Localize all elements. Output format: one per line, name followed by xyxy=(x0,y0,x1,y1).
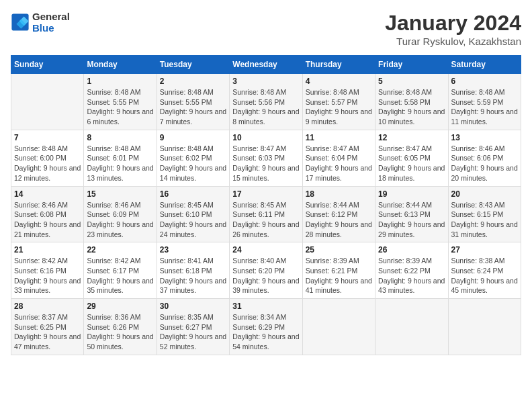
calendar-cell: 24Sunrise: 8:40 AMSunset: 6:20 PMDayligh… xyxy=(230,242,302,299)
day-info: Sunrise: 8:48 AMSunset: 6:00 PMDaylight:… xyxy=(14,144,81,183)
day-info: Sunrise: 8:48 AMSunset: 5:57 PMDaylight:… xyxy=(306,87,372,127)
logo-text: General Blue xyxy=(32,11,70,34)
calendar-cell: 7Sunrise: 8:48 AMSunset: 6:00 PMDaylight… xyxy=(11,130,84,186)
weekday-header-tuesday: Tuesday xyxy=(157,56,229,74)
calendar-cell: 16Sunrise: 8:45 AMSunset: 6:10 PMDayligh… xyxy=(157,186,229,242)
day-info: Sunrise: 8:46 AMSunset: 6:06 PMDaylight:… xyxy=(451,144,518,183)
calendar-cell: 18Sunrise: 8:44 AMSunset: 6:12 PMDayligh… xyxy=(302,186,375,242)
day-number: 4 xyxy=(306,77,372,86)
day-number: 27 xyxy=(451,245,518,255)
day-number: 12 xyxy=(378,133,445,142)
calendar-week-row: 1Sunrise: 8:48 AMSunset: 5:55 PMDaylight… xyxy=(11,74,521,130)
calendar-cell xyxy=(375,299,448,355)
day-number: 18 xyxy=(306,189,372,199)
weekday-header-friday: Friday xyxy=(375,56,448,74)
day-number: 17 xyxy=(232,189,299,199)
calendar-cell: 31Sunrise: 8:34 AMSunset: 6:29 PMDayligh… xyxy=(230,299,302,355)
calendar-cell: 30Sunrise: 8:35 AMSunset: 6:27 PMDayligh… xyxy=(157,299,229,355)
calendar-cell: 15Sunrise: 8:46 AMSunset: 6:09 PMDayligh… xyxy=(84,186,157,242)
calendar-cell: 25Sunrise: 8:39 AMSunset: 6:21 PMDayligh… xyxy=(302,242,375,299)
day-info: Sunrise: 8:48 AMSunset: 5:55 PMDaylight:… xyxy=(87,87,153,127)
calendar-cell: 4Sunrise: 8:48 AMSunset: 5:57 PMDaylight… xyxy=(302,74,375,130)
day-number: 22 xyxy=(87,245,153,255)
day-number: 23 xyxy=(160,245,226,255)
day-info: Sunrise: 8:47 AMSunset: 6:05 PMDaylight:… xyxy=(378,144,445,183)
calendar-cell: 26Sunrise: 8:39 AMSunset: 6:22 PMDayligh… xyxy=(375,242,448,299)
day-number: 29 xyxy=(87,302,153,311)
calendar-cell: 9Sunrise: 8:48 AMSunset: 6:02 PMDaylight… xyxy=(157,130,229,186)
day-number: 5 xyxy=(378,77,445,86)
calendar-week-row: 7Sunrise: 8:48 AMSunset: 6:00 PMDaylight… xyxy=(11,130,521,186)
calendar-week-row: 14Sunrise: 8:46 AMSunset: 6:08 PMDayligh… xyxy=(11,186,521,242)
calendar-cell: 17Sunrise: 8:45 AMSunset: 6:11 PMDayligh… xyxy=(230,186,302,242)
day-number: 6 xyxy=(451,77,518,86)
day-number: 20 xyxy=(451,189,518,199)
weekday-header-sunday: Sunday xyxy=(11,56,84,74)
day-info: Sunrise: 8:44 AMSunset: 6:13 PMDaylight:… xyxy=(378,200,445,240)
calendar-cell xyxy=(11,74,84,130)
calendar-week-row: 28Sunrise: 8:37 AMSunset: 6:25 PMDayligh… xyxy=(11,299,521,355)
day-number: 30 xyxy=(160,302,226,311)
calendar-cell: 10Sunrise: 8:47 AMSunset: 6:03 PMDayligh… xyxy=(230,130,302,186)
day-number: 28 xyxy=(14,302,81,311)
day-info: Sunrise: 8:43 AMSunset: 6:15 PMDaylight:… xyxy=(451,200,518,240)
calendar-cell: 23Sunrise: 8:41 AMSunset: 6:18 PMDayligh… xyxy=(157,242,229,299)
calendar-title: January 2024 xyxy=(385,11,521,36)
calendar-cell: 6Sunrise: 8:48 AMSunset: 5:59 PMDaylight… xyxy=(448,74,521,130)
day-number: 8 xyxy=(87,133,153,142)
calendar-cell: 14Sunrise: 8:46 AMSunset: 6:08 PMDayligh… xyxy=(11,186,84,242)
day-info: Sunrise: 8:47 AMSunset: 6:03 PMDaylight:… xyxy=(232,144,299,183)
day-info: Sunrise: 8:36 AMSunset: 6:26 PMDaylight:… xyxy=(87,312,153,352)
day-number: 21 xyxy=(14,245,81,255)
day-info: Sunrise: 8:42 AMSunset: 6:16 PMDaylight:… xyxy=(14,256,81,295)
title-block: January 2024 Turar Ryskulov, Kazakhstan xyxy=(385,11,521,47)
calendar-week-row: 21Sunrise: 8:42 AMSunset: 6:16 PMDayligh… xyxy=(11,242,521,299)
day-number: 13 xyxy=(451,133,518,142)
day-info: Sunrise: 8:48 AMSunset: 5:59 PMDaylight:… xyxy=(451,87,518,127)
calendar-cell: 20Sunrise: 8:43 AMSunset: 6:15 PMDayligh… xyxy=(448,186,521,242)
calendar-cell: 21Sunrise: 8:42 AMSunset: 6:16 PMDayligh… xyxy=(11,242,84,299)
day-info: Sunrise: 8:39 AMSunset: 6:21 PMDaylight:… xyxy=(306,256,372,295)
day-info: Sunrise: 8:34 AMSunset: 6:29 PMDaylight:… xyxy=(232,312,299,352)
weekday-header-thursday: Thursday xyxy=(302,56,375,74)
weekday-header-row: SundayMondayTuesdayWednesdayThursdayFrid… xyxy=(11,56,521,74)
calendar-cell xyxy=(302,299,375,355)
calendar-cell: 12Sunrise: 8:47 AMSunset: 6:05 PMDayligh… xyxy=(375,130,448,186)
day-number: 3 xyxy=(232,77,299,86)
calendar-cell: 19Sunrise: 8:44 AMSunset: 6:13 PMDayligh… xyxy=(375,186,448,242)
weekday-header-saturday: Saturday xyxy=(448,56,521,74)
day-info: Sunrise: 8:46 AMSunset: 6:09 PMDaylight:… xyxy=(87,200,153,240)
day-number: 19 xyxy=(378,189,445,199)
logo-icon xyxy=(11,13,30,32)
day-number: 14 xyxy=(14,189,81,199)
day-info: Sunrise: 8:48 AMSunset: 5:56 PMDaylight:… xyxy=(232,87,299,127)
calendar-cell: 27Sunrise: 8:38 AMSunset: 6:24 PMDayligh… xyxy=(448,242,521,299)
day-number: 15 xyxy=(87,189,153,199)
weekday-header-monday: Monday xyxy=(84,56,157,74)
day-info: Sunrise: 8:46 AMSunset: 6:08 PMDaylight:… xyxy=(14,200,81,240)
day-info: Sunrise: 8:48 AMSunset: 6:02 PMDaylight:… xyxy=(160,144,226,183)
day-info: Sunrise: 8:39 AMSunset: 6:22 PMDaylight:… xyxy=(378,256,445,295)
day-number: 26 xyxy=(378,245,445,255)
day-number: 11 xyxy=(306,133,372,142)
day-info: Sunrise: 8:48 AMSunset: 6:01 PMDaylight:… xyxy=(87,144,153,183)
calendar-subtitle: Turar Ryskulov, Kazakhstan xyxy=(385,36,521,47)
day-number: 16 xyxy=(160,189,226,199)
calendar-cell: 5Sunrise: 8:48 AMSunset: 5:58 PMDaylight… xyxy=(375,74,448,130)
calendar-cell: 28Sunrise: 8:37 AMSunset: 6:25 PMDayligh… xyxy=(11,299,84,355)
day-info: Sunrise: 8:45 AMSunset: 6:11 PMDaylight:… xyxy=(232,200,299,240)
day-info: Sunrise: 8:38 AMSunset: 6:24 PMDaylight:… xyxy=(451,256,518,295)
calendar-cell: 3Sunrise: 8:48 AMSunset: 5:56 PMDaylight… xyxy=(230,74,302,130)
calendar-cell: 8Sunrise: 8:48 AMSunset: 6:01 PMDaylight… xyxy=(84,130,157,186)
day-info: Sunrise: 8:41 AMSunset: 6:18 PMDaylight:… xyxy=(160,256,226,295)
logo: General Blue xyxy=(11,11,70,34)
day-info: Sunrise: 8:48 AMSunset: 5:58 PMDaylight:… xyxy=(378,87,445,127)
calendar-cell: 29Sunrise: 8:36 AMSunset: 6:26 PMDayligh… xyxy=(84,299,157,355)
calendar-cell xyxy=(448,299,521,355)
day-number: 9 xyxy=(160,133,226,142)
day-number: 7 xyxy=(14,133,81,142)
calendar-cell: 1Sunrise: 8:48 AMSunset: 5:55 PMDaylight… xyxy=(84,74,157,130)
day-number: 2 xyxy=(160,77,226,86)
calendar-cell: 13Sunrise: 8:46 AMSunset: 6:06 PMDayligh… xyxy=(448,130,521,186)
day-number: 25 xyxy=(306,245,372,255)
